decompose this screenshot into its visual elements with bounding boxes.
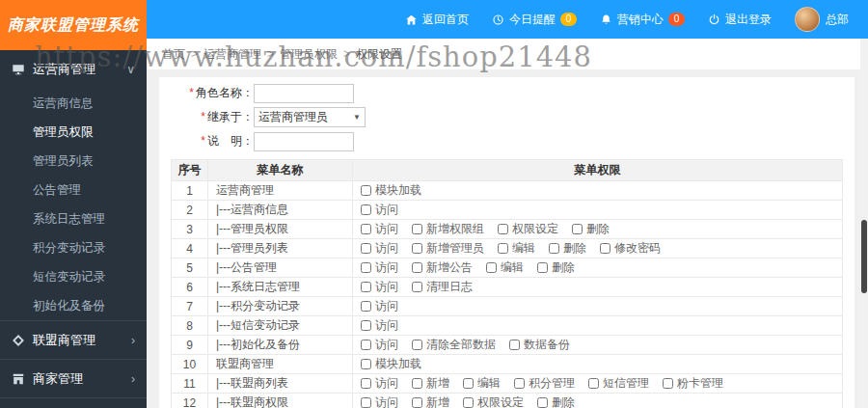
permission-checkbox[interactable]	[549, 243, 559, 254]
permission-label: 权限设定	[512, 221, 558, 237]
breadcrumb-item[interactable]: 运营商管理	[203, 47, 261, 61]
permission-label: 修改密码	[614, 240, 661, 257]
sidebar-item-2[interactable]: 管理员列表	[0, 147, 147, 176]
inherit-select[interactable]: 运营商管理员▼	[254, 107, 366, 127]
permission-checkbox[interactable]	[463, 378, 474, 389]
permission-checkbox[interactable]	[361, 262, 371, 273]
permission-checkbox[interactable]	[361, 224, 371, 234]
sidebar-item-4[interactable]: 系统日志管理	[0, 204, 147, 233]
topbar-item-reminder[interactable]: 今日提醒0	[480, 0, 588, 39]
permission-checkbox[interactable]	[361, 359, 371, 369]
sidebar-group-operator[interactable]: 运营商管理∨	[0, 50, 147, 89]
permission-checkbox[interactable]	[412, 282, 422, 292]
breadcrumb-item[interactable]: 管理员权限	[280, 47, 338, 61]
column-header: 序号	[172, 160, 208, 181]
permission-checkbox[interactable]	[361, 243, 371, 254]
permission-label: 删除	[552, 259, 575, 276]
sidebar-item-3[interactable]: 公告管理	[0, 176, 147, 204]
permission-checkbox[interactable]	[412, 243, 422, 254]
menu-name: 运营商管理	[208, 181, 353, 201]
permission-checkbox[interactable]	[509, 340, 520, 350]
sidebar-item-1[interactable]: 管理员权限	[0, 118, 147, 147]
permission-checkbox[interactable]	[361, 282, 371, 292]
permission-checkbox[interactable]	[498, 224, 508, 234]
topbar-item-label: 营销中心	[617, 12, 664, 28]
permission-checkbox[interactable]	[361, 204, 371, 215]
monitor-icon	[12, 63, 25, 76]
sidebar-item-6[interactable]: 短信变动记录	[0, 262, 147, 291]
sidebar-item-5[interactable]: 积分变动记录	[0, 233, 147, 262]
permission-option: 访问	[361, 337, 398, 353]
permission-label: 访问	[375, 298, 398, 314]
row-number: 6	[172, 278, 208, 297]
permission-checkbox[interactable]	[412, 340, 422, 350]
permission-cell: 访问清除全部数据数据备份	[353, 336, 843, 355]
breadcrumb-item[interactable]: 首页	[162, 47, 185, 61]
permission-checkbox[interactable]	[361, 340, 371, 350]
topbar-item-home[interactable]: 返回首页	[393, 0, 480, 39]
permission-cell: 访问清理日志	[353, 278, 843, 297]
table-row: 3|---管理员权限访问新增权限组权限设定删除	[172, 220, 843, 239]
permission-label: 短信管理	[603, 375, 649, 392]
permission-option: 访问	[361, 259, 398, 276]
permission-checkbox[interactable]	[412, 378, 422, 389]
permission-label: 访问	[375, 202, 398, 218]
permission-cell: 模块加载	[353, 181, 843, 201]
permission-checkbox[interactable]	[572, 224, 583, 234]
breadcrumb-separator: >	[343, 47, 350, 61]
permission-cell: 访问	[353, 316, 843, 336]
menu-name: |---短信变动记录	[208, 316, 353, 336]
menu-name: |---积分变动记录	[208, 297, 353, 316]
menu-name: |---管理员权限	[208, 220, 353, 239]
note-input[interactable]	[254, 132, 354, 151]
permission-checkbox[interactable]	[537, 262, 548, 273]
permission-checkbox[interactable]	[412, 224, 422, 234]
permission-checkbox[interactable]	[588, 378, 599, 389]
permission-checkbox[interactable]	[361, 397, 371, 408]
permission-checkbox[interactable]	[463, 397, 474, 408]
topbar-item-marketing[interactable]: 营销中心0	[588, 0, 696, 39]
permission-checkbox[interactable]	[514, 378, 525, 389]
topbar-item-label: 退出登录	[725, 12, 772, 28]
permission-checkbox[interactable]	[412, 262, 422, 273]
sidebar-item-0[interactable]: 运营商信息	[0, 89, 147, 118]
permission-checkbox[interactable]	[486, 262, 497, 273]
table-row: 9|---初始化及备份访问清除全部数据数据备份	[172, 336, 843, 355]
field-label: *继承于：	[171, 109, 254, 125]
permission-checkbox[interactable]	[498, 243, 508, 254]
permission-option: 权限设定	[498, 221, 558, 237]
scrollbar[interactable]	[860, 39, 868, 408]
permission-checkbox[interactable]	[537, 397, 548, 408]
permission-label: 粉卡管理	[677, 375, 723, 392]
permission-checkbox[interactable]	[663, 378, 673, 389]
permission-label: 访问	[375, 394, 398, 408]
sidebar-item-7[interactable]: 初始化及备份	[0, 291, 147, 320]
permission-checkbox[interactable]	[361, 301, 371, 312]
permission-option: 访问	[361, 298, 398, 314]
permission-checkbox[interactable]	[412, 397, 422, 408]
sidebar-item-label: 运营商信息	[33, 96, 94, 110]
scrollbar-thumb[interactable]	[861, 220, 867, 293]
permission-option: 访问	[361, 279, 398, 295]
field-label-text: 角色名称：	[196, 86, 254, 99]
topbar-item-logout[interactable]: 退出登录	[696, 0, 783, 39]
topbar-item-user[interactable]: 总部	[783, 0, 860, 39]
permission-label: 访问	[375, 279, 398, 295]
permission-checkbox[interactable]	[600, 243, 610, 254]
menu-name: |---联盟商权限	[208, 394, 353, 408]
menu-name: |---公告管理	[208, 258, 353, 278]
sidebar-group-merchant[interactable]: 商家管理›	[0, 359, 147, 397]
permission-checkbox[interactable]	[361, 378, 371, 389]
permission-label: 访问	[375, 240, 398, 257]
breadcrumb-item[interactable]: 权限设置	[356, 47, 402, 61]
role-name-input[interactable]	[254, 84, 354, 103]
permissions-table: 序号菜单名称菜单权限 1运营商管理模块加载2|---运营商信息访问3|---管理…	[171, 159, 843, 408]
permission-label: 新增	[426, 375, 449, 392]
permission-checkbox[interactable]	[361, 320, 371, 331]
sidebar-group-alliance[interactable]: 联盟商管理›	[0, 320, 147, 359]
column-header: 菜单权限	[353, 160, 843, 181]
permission-checkbox[interactable]	[361, 185, 371, 196]
row-number: 12	[172, 394, 208, 408]
sidebar-group-member[interactable]: 会员管理›	[0, 397, 147, 408]
chevron-right-icon: ›	[131, 372, 135, 386]
